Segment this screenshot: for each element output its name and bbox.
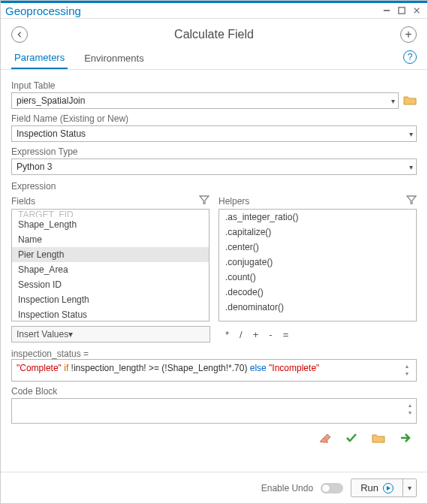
back-button[interactable] <box>11 26 28 43</box>
autohide-button[interactable] <box>381 5 393 17</box>
insert-values-combo[interactable]: Insert Values ▾ <box>11 326 210 343</box>
list-item[interactable]: Pier Length <box>12 247 209 262</box>
enable-undo-label: Enable Undo <box>261 483 313 493</box>
op-multiply[interactable]: * <box>225 329 229 340</box>
chevron-down-icon: ▾ <box>391 97 395 105</box>
tabs: Parameters Environments ? <box>1 47 427 70</box>
help-icon[interactable]: ? <box>403 50 417 64</box>
list-item[interactable]: Shape_Area <box>12 262 209 277</box>
list-item[interactable]: Session ID <box>12 277 209 292</box>
operators: * / + - = <box>218 329 288 340</box>
field-name-label: Field Name (Existing or New) <box>11 113 417 124</box>
fields-filter-icon[interactable] <box>199 195 209 207</box>
op-minus[interactable]: - <box>269 329 272 340</box>
add-button[interactable]: + <box>400 26 417 43</box>
input-table-combo[interactable]: piers_SpatialJoin ▾ <box>11 92 399 109</box>
list-item[interactable]: .capitalize() <box>219 225 416 240</box>
enable-undo-toggle[interactable] <box>321 483 343 493</box>
erase-icon[interactable] <box>318 431 331 445</box>
chevron-down-icon: ▾ <box>409 130 413 138</box>
expr-up-icon[interactable]: ▴ <box>402 363 411 370</box>
codeblock-down-icon[interactable]: ▾ <box>405 409 414 417</box>
list-item[interactable]: Inspection Status <box>12 307 209 321</box>
list-item[interactable]: .count() <box>219 270 416 285</box>
op-plus[interactable]: + <box>253 329 259 340</box>
expression-editor[interactable]: "Complete" if !inspection_length! >= (!S… <box>11 359 417 382</box>
list-item[interactable]: .denominator() <box>219 300 416 315</box>
helpers-filter-icon[interactable] <box>406 195 417 207</box>
list-item[interactable]: .center() <box>219 240 416 255</box>
op-divide[interactable]: / <box>240 329 243 340</box>
run-button[interactable]: Run <box>351 479 402 496</box>
fields-listbox[interactable]: TARGET_FID Shape_Length Name Pier Length… <box>11 209 209 321</box>
svg-rect-1 <box>399 8 405 14</box>
field-name-combo[interactable]: Inspection Status ▾ <box>11 125 417 142</box>
tab-parameters[interactable]: Parameters <box>11 47 68 69</box>
tab-environments[interactable]: Environments <box>81 48 146 68</box>
titlebar: Geoprocessing <box>1 1 427 19</box>
validate-icon[interactable] <box>345 431 358 445</box>
parameters-body: Input Table piers_SpatialJoin ▾ Field Na… <box>1 70 427 472</box>
list-item[interactable]: Shape_Length <box>12 217 209 232</box>
expression-type-label: Expression Type <box>11 146 417 157</box>
close-button[interactable] <box>411 5 423 17</box>
expression-type-combo[interactable]: Python 3 ▾ <box>11 158 417 175</box>
expression-target: inspection_status = <box>11 349 417 359</box>
run-menu-button[interactable]: ▾ <box>402 479 416 496</box>
helpers-header: Helpers <box>219 196 249 207</box>
code-block-label: Code Block <box>11 386 417 397</box>
expression-label: Expression <box>11 181 417 192</box>
footer: Enable Undo Run ▾ <box>1 472 427 503</box>
play-icon <box>383 483 393 493</box>
helpers-listbox[interactable]: .as_integer_ratio() .capitalize() .cente… <box>219 209 417 321</box>
browse-folder-icon[interactable] <box>403 95 417 107</box>
list-item[interactable]: Inspection Length <box>12 292 209 307</box>
list-item[interactable]: TARGET_FID <box>12 210 209 217</box>
input-table-label: Input Table <box>11 80 417 91</box>
expr-down-icon[interactable]: ▾ <box>402 370 411 378</box>
code-block-editor[interactable]: ▴ ▾ <box>11 398 417 424</box>
tool-title: Calculate Field <box>28 28 400 41</box>
svg-rect-0 <box>384 10 390 11</box>
tool-header: Calculate Field + <box>1 19 427 47</box>
export-icon[interactable] <box>399 431 412 445</box>
op-equals[interactable]: = <box>283 329 289 340</box>
action-icons <box>11 431 417 445</box>
codeblock-up-icon[interactable]: ▴ <box>405 402 414 409</box>
chevron-down-icon: ▾ <box>409 163 413 171</box>
fields-header: Fields <box>11 196 35 207</box>
pane-title: Geoprocessing <box>5 5 378 17</box>
chevron-down-icon: ▾ <box>68 329 73 340</box>
list-item[interactable]: .conjugate() <box>219 255 416 270</box>
open-folder-icon[interactable] <box>372 431 385 445</box>
list-item[interactable]: .as_integer_ratio() <box>219 210 416 225</box>
dock-button[interactable] <box>396 5 408 17</box>
list-item[interactable]: .decode() <box>219 285 416 300</box>
geoprocessing-pane: Geoprocessing Calculate Field + Paramete… <box>0 0 428 504</box>
list-item[interactable]: Name <box>12 232 209 247</box>
